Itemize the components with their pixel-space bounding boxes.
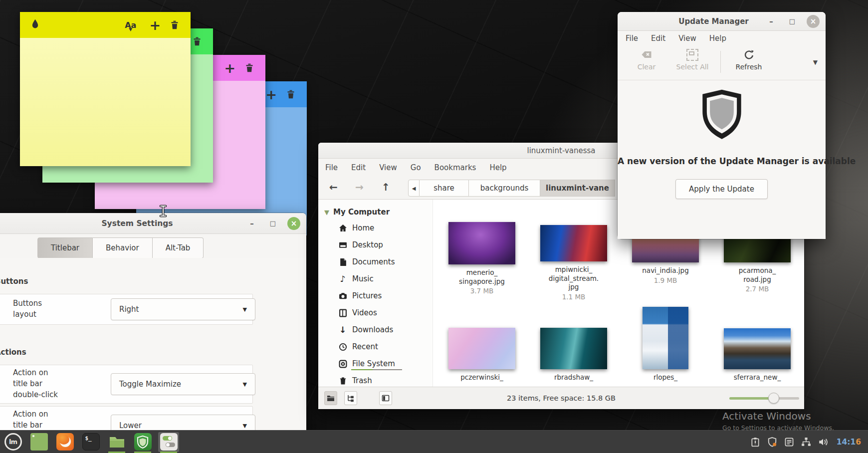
minimize-icon[interactable]: – xyxy=(765,15,778,28)
sidebar-item-music[interactable]: ♪ Music xyxy=(318,270,433,287)
sidebar-item-file-system[interactable]: File System xyxy=(318,355,433,372)
maximize-icon[interactable]: □ xyxy=(266,217,279,230)
delete-note-icon[interactable] xyxy=(170,19,180,30)
tab-titlebar[interactable]: Titlebar xyxy=(37,237,93,258)
menu-edit[interactable]: Edit xyxy=(651,34,665,43)
tab-alt-tab[interactable]: Alt-Tab xyxy=(153,237,204,258)
sidebar-item-home[interactable]: Home xyxy=(318,220,433,236)
menu-view[interactable]: View xyxy=(678,34,696,43)
delete-note-icon[interactable] xyxy=(192,36,202,47)
sidebar-item-pictures[interactable]: Pictures xyxy=(318,287,433,304)
toolbar-overflow-icon[interactable]: ▼ xyxy=(813,59,818,66)
format-text-icon[interactable]: Aa▼ xyxy=(125,20,136,30)
sidebar-item-downloads[interactable]: ↓ Downloads xyxy=(318,321,433,338)
forward-icon[interactable]: → xyxy=(355,181,364,193)
clipboard-alert-icon[interactable] xyxy=(750,437,761,448)
mint-logo-icon: lm xyxy=(4,433,22,451)
breadcrumb-current[interactable]: linuxmint-vane xyxy=(540,180,615,197)
new-note-icon[interactable]: + xyxy=(149,18,161,32)
activate-windows-watermark: Activate Windows Go to Settings to activ… xyxy=(722,410,834,432)
system-settings-titlebar[interactable]: System Settings – □ × xyxy=(0,213,306,234)
update-manager-titlebar[interactable]: Update Manager – □ × xyxy=(618,12,826,31)
terminal-launcher[interactable]: $_ xyxy=(78,431,104,453)
sidebar-item-documents[interactable]: Documents xyxy=(318,253,433,270)
clear-backspace-icon xyxy=(640,49,653,61)
file-item[interactable]: menerio_ singapore.jpg 3.7 MB xyxy=(442,222,522,295)
buttons-layout-label: Buttons layout xyxy=(13,298,42,320)
new-note-icon[interactable]: + xyxy=(265,88,277,101)
shield-status-icon[interactable] xyxy=(767,437,778,448)
firefox-launcher[interactable] xyxy=(52,431,78,453)
menu-view[interactable]: View xyxy=(379,163,397,172)
sticky-note-yellow-header[interactable]: Aa▼ + xyxy=(20,12,191,38)
tab-behavior[interactable]: Behavior xyxy=(93,237,153,258)
home-icon xyxy=(338,224,347,232)
clock[interactable]: 14:16 xyxy=(837,438,861,447)
select-all-button[interactable]: Select All xyxy=(669,49,715,71)
menu-help[interactable]: Help xyxy=(489,163,506,172)
files-launcher[interactable] xyxy=(104,431,130,453)
delete-note-icon[interactable] xyxy=(286,89,296,100)
sidebar-item-videos[interactable]: Videos xyxy=(318,304,433,321)
zoom-slider-track[interactable] xyxy=(729,397,799,400)
show-desktop-button[interactable] xyxy=(26,431,52,453)
sticky-note-yellow-body[interactable] xyxy=(20,38,191,166)
sidebar-item-recent[interactable]: Recent xyxy=(318,338,433,355)
file-item[interactable]: sferrara_new_ xyxy=(717,328,797,382)
settings-toggles-launcher[interactable] xyxy=(156,431,182,453)
file-item[interactable]: mpiwnicki_ digital_stream. jpg 1.1 MB xyxy=(534,225,614,301)
select-all-icon xyxy=(686,49,698,61)
color-droplet-icon[interactable] xyxy=(31,18,39,31)
file-item[interactable]: rbradshaw_ xyxy=(534,328,614,382)
buttons-layout-dropdown[interactable]: Right ▼ xyxy=(111,298,255,320)
zoom-slider-handle[interactable] xyxy=(768,393,779,404)
text-cursor xyxy=(159,205,167,218)
notes-tray-icon[interactable] xyxy=(784,437,795,448)
menu-bookmarks[interactable]: Bookmarks xyxy=(434,163,476,172)
refresh-button[interactable]: Refresh xyxy=(726,49,772,71)
chevron-down-icon: ▼ xyxy=(243,306,247,313)
chevron-down-icon: ▼ xyxy=(243,423,247,429)
network-icon[interactable] xyxy=(801,437,812,448)
zoom-slider[interactable] xyxy=(729,391,799,405)
close-icon[interactable]: × xyxy=(807,15,820,28)
delete-note-icon[interactable] xyxy=(244,62,254,73)
file-item[interactable]: pczerwinski_ xyxy=(442,328,522,382)
folder-icon xyxy=(108,433,126,451)
breadcrumb-left-icon[interactable]: ◀ xyxy=(408,180,420,197)
menu-edit[interactable]: Edit xyxy=(351,163,366,172)
back-icon[interactable]: ← xyxy=(329,181,338,193)
expander-icon[interactable]: ▼ xyxy=(324,209,329,216)
system-tray: 14:16 xyxy=(750,437,868,448)
maximize-icon[interactable]: □ xyxy=(786,15,799,28)
menu-help[interactable]: Help xyxy=(709,34,726,43)
menu-go[interactable]: Go xyxy=(411,163,421,172)
breadcrumb-backgrounds[interactable]: backgrounds xyxy=(469,180,540,197)
image-thumbnail xyxy=(540,328,607,369)
sidebar-item-desktop[interactable]: Desktop xyxy=(318,236,433,253)
clear-button[interactable]: Clear xyxy=(624,49,669,71)
shield-app-icon xyxy=(134,433,152,451)
apply-update-button[interactable]: Apply the Update xyxy=(675,179,768,199)
breadcrumb-share[interactable]: share xyxy=(420,180,469,197)
close-icon[interactable]: × xyxy=(287,217,300,230)
firewall-launcher[interactable] xyxy=(130,431,156,453)
menu-file[interactable]: File xyxy=(325,163,338,172)
desktop-icon xyxy=(30,433,48,451)
minimize-icon[interactable]: – xyxy=(245,217,258,230)
firefox-icon xyxy=(56,433,74,451)
menu-file[interactable]: File xyxy=(626,34,638,43)
file-manager-sidebar: ▼ My Computer Home Desktop Documents ♪ xyxy=(318,200,433,387)
chevron-down-icon: ▼ xyxy=(243,381,247,388)
sidebar-root-my-computer[interactable]: ▼ My Computer xyxy=(318,205,433,220)
file-item[interactable]: rlopes_ xyxy=(626,307,705,382)
new-note-icon[interactable]: + xyxy=(224,61,235,75)
double-click-action-dropdown[interactable]: Toggle Maximize ▼ xyxy=(111,373,255,395)
sticky-note-yellow[interactable]: Aa▼ + xyxy=(20,12,191,166)
toggles-icon xyxy=(160,433,178,451)
update-manager-content: A new version of the Update Manager is a… xyxy=(618,80,826,239)
up-icon[interactable]: ↑ xyxy=(382,181,390,193)
volume-icon[interactable] xyxy=(818,437,829,448)
image-thumbnail xyxy=(724,328,791,369)
mint-menu-button[interactable]: lm xyxy=(0,431,26,453)
